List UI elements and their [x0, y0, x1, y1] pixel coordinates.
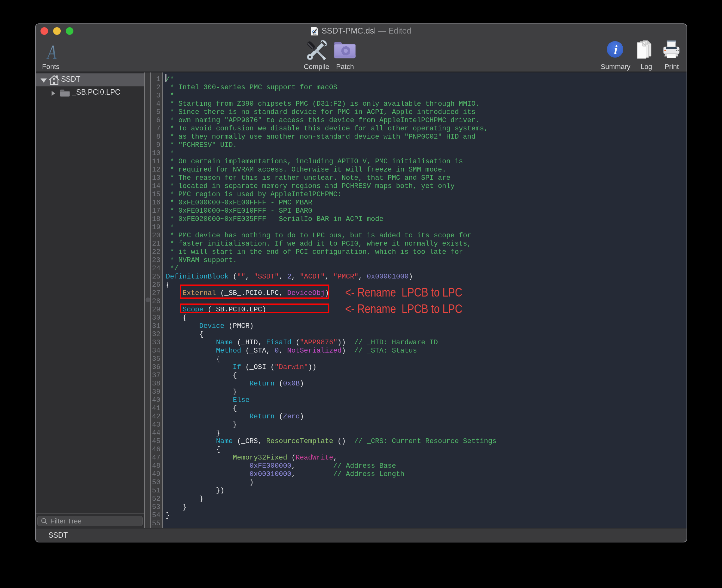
svg-text:DSL: DSL	[313, 33, 317, 35]
svg-text:i: i	[614, 43, 617, 57]
svg-text:A: A	[46, 44, 57, 61]
